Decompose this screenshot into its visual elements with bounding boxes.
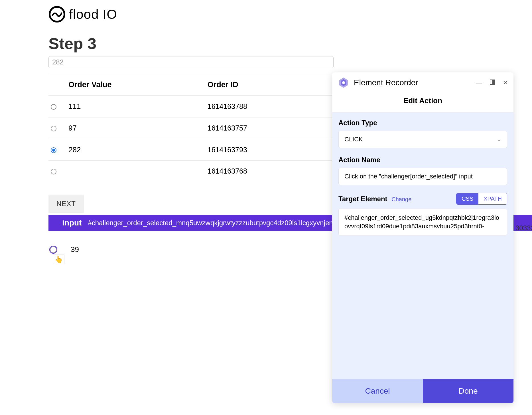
table-header-radio: [48, 74, 66, 96]
element-recorder-panel: Element Recorder — ✕ Edit Action Action …: [332, 72, 513, 403]
target-selector-textarea[interactable]: [338, 209, 507, 235]
target-element-label: Target Element Change: [338, 195, 411, 203]
partial-id-text: 30332: [515, 224, 532, 232]
minimize-icon[interactable]: —: [476, 80, 482, 86]
table-row: 282 1614163793: [48, 139, 334, 161]
order-radio[interactable]: [51, 104, 56, 110]
order-value-cell: 282: [66, 139, 205, 161]
maximize-icon[interactable]: [490, 80, 495, 86]
next-button[interactable]: NEXT: [48, 195, 84, 213]
order-value-cell: 111: [66, 96, 205, 117]
svg-rect-3: [492, 80, 495, 84]
action-type-value: CLICK: [344, 136, 363, 143]
action-type-label: Action Type: [338, 119, 507, 127]
action-type-select[interactable]: CLICK ⌄: [338, 131, 507, 148]
cancel-button[interactable]: Cancel: [332, 379, 423, 403]
action-name-input[interactable]: [338, 168, 507, 185]
action-name-label: Action Name: [338, 156, 507, 164]
highlight-selector: #challenger_order_selected_mnq5uwzwqkjgr…: [88, 219, 337, 227]
order-id-cell: 1614163768: [205, 161, 334, 182]
logo-text: flood IO: [69, 7, 117, 22]
order-id-cell: 1614163788: [205, 96, 334, 117]
table-header-order-value: Order Value: [66, 74, 205, 96]
panel-header: Element Recorder — ✕: [332, 72, 513, 93]
element-recorder-logo-icon: [338, 77, 349, 88]
table-header-order-id: Order ID: [205, 74, 334, 96]
order-id-cell: 1614163793: [205, 139, 334, 161]
table-row: 97 1614163757: [48, 117, 334, 139]
svg-point-1: [342, 81, 345, 84]
table-row: 111 1614163788: [48, 96, 334, 117]
change-target-link[interactable]: Change: [391, 196, 411, 202]
orders-table: Order Value Order ID 111 1614163788 97 1…: [48, 74, 334, 182]
pointer-cursor-icon: 👆: [53, 255, 64, 264]
order-value-cell: 39: [71, 245, 79, 254]
panel-title: Element Recorder: [354, 78, 472, 87]
done-button[interactable]: Done: [423, 379, 513, 403]
page-title: Step 3: [48, 34, 518, 53]
panel-subtitle: Edit Action: [332, 93, 513, 112]
css-toggle-button[interactable]: CSS: [456, 193, 478, 204]
order-id-cell: 1614163757: [205, 117, 334, 139]
order-value-input[interactable]: [48, 56, 334, 68]
panel-body: Action Type CLICK ⌄ Action Name Target E…: [332, 112, 513, 379]
logo: flood IO: [48, 6, 518, 23]
order-radio[interactable]: [51, 147, 56, 153]
close-icon[interactable]: ✕: [503, 79, 508, 86]
order-value-cell: [66, 161, 205, 182]
flood-logo-icon: [48, 6, 66, 23]
xpath-toggle-button[interactable]: XPATH: [478, 193, 507, 204]
order-value-cell: 97: [66, 117, 205, 139]
order-radio-hover[interactable]: [50, 246, 57, 253]
table-row: 1614163768: [48, 161, 334, 182]
highlight-tag: input: [62, 218, 82, 227]
chevron-down-icon: ⌄: [497, 136, 501, 143]
order-radio[interactable]: [51, 169, 56, 174]
panel-footer: Cancel Done: [332, 379, 513, 403]
order-radio[interactable]: [51, 126, 56, 131]
selector-type-toggle: CSS XPATH: [456, 193, 507, 205]
